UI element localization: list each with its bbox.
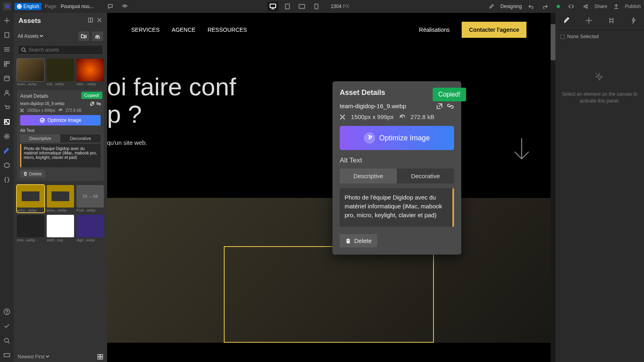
nav-realisations[interactable]: Réalisations — [419, 27, 450, 33]
asset-label: digit...webp — [76, 238, 104, 242]
tab-descriptive[interactable]: Descriptive — [340, 169, 397, 183]
search-nav-icon[interactable] — [3, 337, 10, 344]
hero-subtext[interactable]: qu'un site web. — [107, 139, 236, 146]
assets-search-input[interactable] — [29, 47, 99, 53]
publish-label[interactable]: Publish — [625, 4, 641, 9]
tab-descriptive-sm[interactable]: Descriptive — [20, 134, 60, 142]
alt-text-sm[interactable]: Photo de l'équipe Digidop avec du matéri… — [20, 144, 101, 167]
code-icon[interactable] — [566, 2, 577, 11]
svg-point-14 — [6, 90, 8, 93]
right-panel: None Selected Select an element on the c… — [555, 13, 644, 362]
style-tab-icon[interactable] — [561, 15, 572, 28]
asset-details-small: Asset Details Copied! team-digidop-16_9.… — [17, 90, 104, 181]
alt-text-input[interactable] — [340, 188, 454, 227]
variables-icon[interactable] — [3, 176, 10, 183]
assets-sort-dropdown[interactable]: Newest First — [18, 354, 49, 360]
pages-icon[interactable] — [3, 31, 10, 39]
settings-gear-icon[interactable] — [3, 133, 10, 140]
nav-services[interactable]: SERVICES — [131, 27, 160, 33]
help-icon[interactable] — [3, 308, 10, 315]
cms-icon[interactable] — [3, 75, 10, 82]
asset-item[interactable]: inst...webp — [47, 59, 74, 86]
filename-sm: team-digidop-16_9.webp — [20, 101, 64, 106]
asset-label: new-...webp — [76, 82, 104, 86]
canvas-scrollbar[interactable] — [551, 13, 555, 362]
copied-toast-sm: Copied! — [81, 92, 102, 99]
share-label[interactable]: Share — [594, 4, 607, 9]
optimize-button[interactable]: Optimize Image — [340, 126, 454, 150]
left-nav — [0, 13, 14, 362]
page-prefix: Page: — [45, 4, 57, 9]
comment-icon[interactable] — [105, 2, 116, 11]
grid-view-icon[interactable] — [97, 354, 103, 360]
alt-tabs-sm: Descriptive Decorative — [20, 134, 101, 142]
navigator-icon[interactable] — [3, 46, 10, 53]
optimize-button-sm[interactable]: Optimize Image — [20, 115, 101, 125]
asset-item[interactable]: team...webp — [17, 59, 44, 86]
upload-button[interactable] — [92, 31, 103, 41]
tab-decorative-sm[interactable]: Decorative — [60, 134, 101, 142]
share-icon[interactable] — [580, 2, 591, 11]
asset-item[interactable]: anno...webp — [47, 185, 74, 212]
pointer-click-icon — [561, 72, 638, 86]
topbar: W English Page: Pourquoi nou... 1304 PX … — [0, 0, 644, 13]
nav-ressources[interactable]: RESSOURCES — [208, 27, 247, 33]
alt-label-sm: Alt Text — [20, 128, 101, 133]
alt-tabs: Descriptive Decorative — [340, 169, 454, 183]
interactions-tab-icon[interactable] — [606, 15, 617, 28]
keyboard-icon[interactable] — [3, 352, 10, 359]
svg-rect-24 — [98, 354, 100, 356]
redo-icon[interactable] — [540, 2, 551, 11]
arrow-down-icon[interactable] — [512, 138, 531, 163]
asset-item[interactable]: new-...webp — [76, 59, 104, 86]
settings-tab-icon[interactable] — [583, 15, 594, 28]
asset-item[interactable]: digit...webp — [76, 215, 104, 242]
undo-icon[interactable] — [525, 2, 537, 11]
svg-rect-5 — [315, 4, 318, 9]
mode-label[interactable]: Designing — [500, 4, 522, 9]
hero-video[interactable] — [107, 198, 551, 343]
device-mobile-icon[interactable] — [311, 2, 322, 11]
canvas[interactable]: SERVICES AGENCE RESSOURCES Réalisations … — [107, 13, 555, 362]
nav-agence[interactable]: AGENCE — [172, 27, 196, 33]
users-icon[interactable] — [3, 89, 10, 97]
pen-tool-icon[interactable] — [3, 147, 10, 154]
webflow-logo[interactable]: W — [3, 2, 11, 10]
language-selector[interactable]: English — [14, 3, 41, 10]
asset-item[interactable]: 19 → 04Post...webp — [76, 185, 104, 212]
contact-cta-button[interactable]: Contacter l'agence — [462, 22, 526, 38]
copy-link-icon[interactable] — [447, 103, 454, 109]
asset-label: inst...webp — [47, 82, 74, 86]
effects-tab-icon[interactable] — [628, 15, 638, 28]
device-tablet-icon[interactable] — [282, 2, 293, 11]
tab-decorative[interactable]: Decorative — [397, 169, 454, 183]
new-folder-button[interactable] — [78, 31, 89, 41]
asset-item[interactable]: new...webp — [17, 215, 44, 242]
selector-row[interactable]: None Selected — [555, 30, 644, 43]
device-desktop-icon[interactable] — [267, 2, 279, 11]
asset-item[interactable]: webf...svg — [47, 215, 74, 242]
svg-point-17 — [6, 136, 8, 137]
preview-icon[interactable] — [119, 2, 130, 11]
publish-icon[interactable] — [611, 2, 622, 11]
asset-item[interactable]: anno...webp — [17, 185, 44, 212]
external-link-icon[interactable] — [90, 102, 94, 106]
delete-button[interactable]: Delete — [340, 234, 377, 247]
add-icon[interactable] — [3, 17, 10, 24]
page-name[interactable]: Pourquoi nou... — [61, 4, 93, 9]
delete-button-sm[interactable]: Delete — [20, 170, 45, 178]
audit-icon[interactable] — [3, 323, 10, 330]
copy-link-icon[interactable] — [97, 102, 101, 106]
close-icon[interactable] — [97, 17, 102, 25]
assets-icon[interactable] — [3, 118, 10, 125]
pin-icon[interactable] — [88, 17, 93, 25]
assets-filter-dropdown[interactable]: All Assets — [18, 33, 76, 39]
components-icon[interactable] — [3, 60, 10, 68]
device-tablet-landscape-icon[interactable] — [296, 2, 308, 11]
assets-search[interactable] — [18, 45, 103, 55]
hero-heading[interactable]: oi faire confp ? — [107, 73, 236, 128]
apps-icon[interactable] — [3, 162, 10, 169]
edit-pen-icon[interactable] — [486, 2, 497, 11]
external-link-icon[interactable] — [436, 103, 443, 109]
ecommerce-icon[interactable] — [3, 104, 10, 111]
